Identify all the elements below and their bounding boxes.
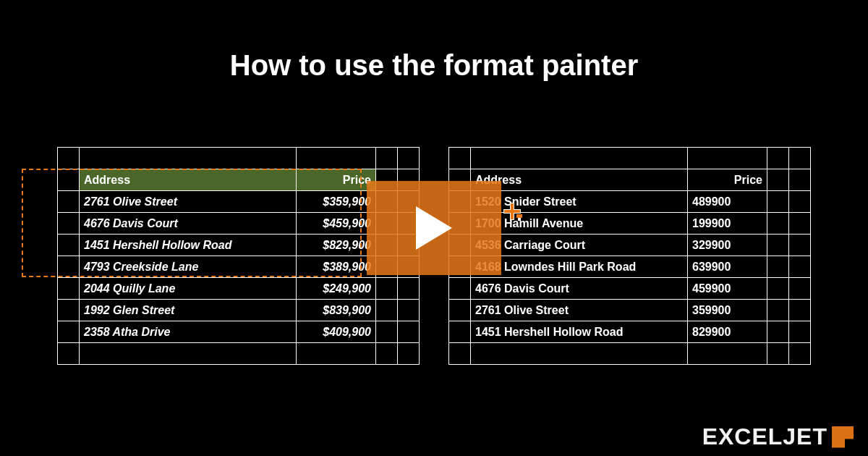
cell-empty[interactable]	[398, 148, 420, 169]
cell-price[interactable]: 329900	[688, 235, 767, 256]
play-icon	[412, 203, 456, 253]
cell-price[interactable]: $359,900	[297, 191, 376, 213]
cell-price[interactable]: $839,900	[297, 300, 376, 321]
cell-address[interactable]: 1451 Hershell Hollow Road	[80, 235, 297, 256]
cell-empty[interactable]	[471, 343, 688, 365]
cell-address[interactable]: 1520 Snider Street	[471, 191, 688, 213]
cell-empty[interactable]	[376, 300, 398, 321]
cell-price[interactable]: 639900	[688, 256, 767, 278]
table-row: 2761 Olive Street $359,900	[58, 191, 420, 213]
cell-empty[interactable]	[80, 343, 297, 365]
cell-empty[interactable]	[58, 278, 80, 300]
cell-price[interactable]: $249,900	[297, 278, 376, 300]
cell-empty[interactable]	[789, 235, 811, 256]
cell-empty[interactable]	[767, 343, 789, 365]
table-row: 4793 Creekside Lane $389,900	[58, 256, 420, 278]
cell-address[interactable]: 4536 Carriage Court	[471, 235, 688, 256]
cell-price[interactable]: 359900	[688, 300, 767, 321]
cell-empty[interactable]	[58, 256, 80, 278]
cell-empty[interactable]	[767, 256, 789, 278]
cell-price[interactable]: $459,900	[297, 213, 376, 235]
cell-empty[interactable]	[376, 321, 398, 343]
cell-empty[interactable]	[767, 300, 789, 321]
cell-empty[interactable]	[58, 191, 80, 213]
cell-empty[interactable]	[789, 191, 811, 213]
table-row: 1520 Snider Street 489900	[449, 191, 811, 213]
cell-empty[interactable]	[58, 169, 80, 191]
cell-empty[interactable]	[789, 256, 811, 278]
table-row: 4168 Lowndes Hill Park Road 639900	[449, 256, 811, 278]
table-row: 4536 Carriage Court 329900	[449, 235, 811, 256]
cell-empty[interactable]	[58, 343, 80, 365]
logo-mark-icon	[832, 426, 854, 448]
table-row: 1451 Hershell Hollow Road 829900	[449, 321, 811, 343]
table-row-empty	[58, 148, 420, 169]
cell-empty[interactable]	[767, 278, 789, 300]
cell-address[interactable]: 2358 Atha Drive	[80, 321, 297, 343]
cell-address[interactable]: 4676 Davis Court	[80, 213, 297, 235]
cell-empty[interactable]	[376, 278, 398, 300]
left-table: Address Price 2761 Olive Street $359,900…	[57, 147, 420, 365]
cell-address[interactable]: 2761 Olive Street	[471, 300, 688, 321]
cell-empty[interactable]	[58, 213, 80, 235]
cell-address[interactable]: 2044 Quilly Lane	[80, 278, 297, 300]
play-button[interactable]	[367, 181, 501, 275]
cell-empty[interactable]	[80, 148, 297, 169]
cell-empty[interactable]	[297, 148, 376, 169]
cell-empty[interactable]	[58, 300, 80, 321]
header-address[interactable]: Address	[471, 169, 688, 191]
cell-empty[interactable]	[398, 343, 420, 365]
cell-empty[interactable]	[449, 300, 471, 321]
cell-empty[interactable]	[688, 343, 767, 365]
cell-address[interactable]: 1700 Hamill Avenue	[471, 213, 688, 235]
cell-empty[interactable]	[398, 321, 420, 343]
cell-address[interactable]: 1992 Glen Street	[80, 300, 297, 321]
cell-price[interactable]: $389,900	[297, 256, 376, 278]
cell-price[interactable]: 489900	[688, 191, 767, 213]
cell-empty[interactable]	[767, 169, 789, 191]
cell-empty[interactable]	[767, 191, 789, 213]
cell-empty[interactable]	[789, 343, 811, 365]
cell-empty[interactable]	[471, 148, 688, 169]
cell-empty[interactable]	[767, 321, 789, 343]
cell-empty[interactable]	[58, 235, 80, 256]
cell-empty[interactable]	[449, 148, 471, 169]
cell-empty[interactable]	[789, 321, 811, 343]
cell-empty[interactable]	[688, 148, 767, 169]
right-table: Address Price 1520 Snider Street 489900 …	[448, 147, 811, 365]
cell-price[interactable]: $829,900	[297, 235, 376, 256]
cell-empty[interactable]	[398, 300, 420, 321]
cell-empty[interactable]	[398, 278, 420, 300]
cell-empty[interactable]	[789, 213, 811, 235]
cell-address[interactable]: 4793 Creekside Lane	[80, 256, 297, 278]
cell-empty[interactable]	[58, 321, 80, 343]
header-price[interactable]: Price	[688, 169, 767, 191]
cell-price[interactable]: $409,900	[297, 321, 376, 343]
cell-empty[interactable]	[449, 343, 471, 365]
table-header-row: Address Price	[58, 169, 420, 191]
header-price[interactable]: Price	[297, 169, 376, 191]
cell-empty[interactable]	[767, 235, 789, 256]
cell-empty[interactable]	[789, 169, 811, 191]
table-row: 2044 Quilly Lane $249,900	[58, 278, 420, 300]
table-row: 1700 Hamill Avenue 199900	[449, 213, 811, 235]
cell-empty[interactable]	[297, 343, 376, 365]
cell-empty[interactable]	[449, 278, 471, 300]
cell-empty[interactable]	[789, 278, 811, 300]
cell-empty[interactable]	[449, 321, 471, 343]
cell-address[interactable]: 1451 Hershell Hollow Road	[471, 321, 688, 343]
cell-address[interactable]: 4676 Davis Court	[471, 278, 688, 300]
cell-empty[interactable]	[376, 148, 398, 169]
cell-address[interactable]: 2761 Olive Street	[80, 191, 297, 213]
cell-price[interactable]: 199900	[688, 213, 767, 235]
cell-price[interactable]: 459900	[688, 278, 767, 300]
cell-empty[interactable]	[789, 148, 811, 169]
cell-address[interactable]: 4168 Lowndes Hill Park Road	[471, 256, 688, 278]
cell-price[interactable]: 829900	[688, 321, 767, 343]
cell-empty[interactable]	[767, 148, 789, 169]
header-address[interactable]: Address	[80, 169, 297, 191]
cell-empty[interactable]	[376, 343, 398, 365]
cell-empty[interactable]	[58, 148, 80, 169]
cell-empty[interactable]	[789, 300, 811, 321]
cell-empty[interactable]	[767, 213, 789, 235]
